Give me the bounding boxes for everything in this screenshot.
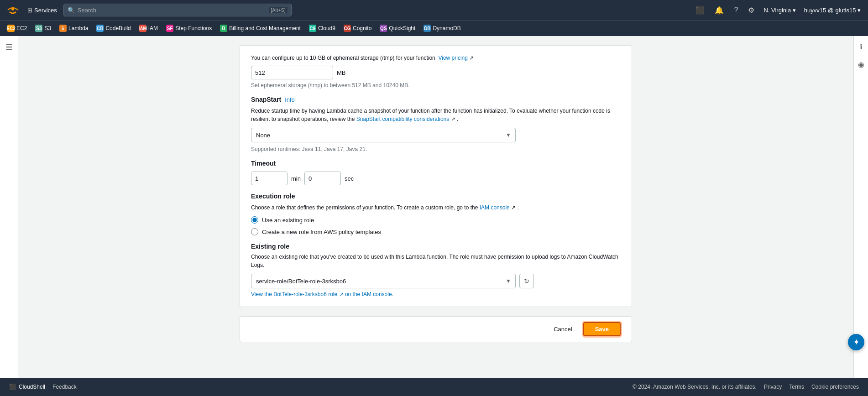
iam-icon: IAM [139, 25, 146, 32]
ephemeral-unit-label: MB [337, 69, 346, 76]
radio-existing-role[interactable]: Use an existing role [251, 216, 621, 224]
timeout-row: min sec [251, 172, 621, 185]
left-sidebar: ☰ [0, 36, 18, 378]
help-icon-btn[interactable]: ? [730, 4, 742, 16]
snapstart-external-icon: ↗ [451, 116, 455, 122]
existing-role-row: service-role/BotTele-role-3srksbo6 ▼ ↻ [251, 274, 621, 288]
service-item-stepfunctions[interactable]: SF Step Functions [162, 23, 215, 34]
timeout-min-label: min [291, 175, 301, 182]
search-shortcut: [Alt+S] [269, 7, 288, 13]
snapstart-title: SnapStart [251, 96, 281, 103]
execution-role-radio-group: Use an existing role Create a new role f… [251, 216, 621, 235]
service-item-billing[interactable]: B Billing and Cost Management [216, 23, 304, 34]
service-item-ec2[interactable]: EC2 EC2 [4, 23, 31, 34]
external-link-icon: ↗ [469, 55, 474, 61]
existing-role-select[interactable]: service-role/BotTele-role-3srksbo6 [251, 274, 516, 288]
cognito-icon: CG [344, 25, 351, 32]
service-item-iam[interactable]: IAM IAM [136, 23, 162, 34]
radio-existing-role-label: Use an existing role [262, 217, 314, 224]
region-selector[interactable]: N. Virginia ▾ [761, 5, 798, 16]
timeout-minutes-input[interactable] [251, 172, 288, 185]
services-label: Services [34, 7, 57, 14]
top-navigation: ⊞ Services 🔍 [Alt+S] ⬛ 🔔 ? ⚙ N. Virginia… [0, 0, 868, 20]
ephemeral-hint: Set ephemeral storage (/tmp) to between … [251, 82, 621, 89]
grid-icon: ⊞ [27, 7, 32, 14]
notifications-icon-btn[interactable]: 🔔 [711, 4, 727, 16]
snapstart-compat-link[interactable]: SnapStart compatibility considerations [356, 116, 449, 122]
ephemeral-notice: You can configure up to 10 GB of ephemer… [251, 55, 621, 61]
view-pricing-link[interactable]: View pricing [438, 55, 467, 61]
timeout-sec-label: sec [345, 175, 354, 182]
snapstart-header: SnapStart Info [251, 96, 621, 103]
svg-point-1 [11, 8, 14, 10]
service-item-s3[interactable]: S3 S3 [31, 23, 55, 34]
stepfunctions-icon: SF [166, 25, 173, 32]
codebuild-icon: CB [96, 25, 104, 32]
user-menu[interactable]: huyvv15 @ glutis15 ▾ [801, 5, 863, 16]
s3-label: S3 [44, 25, 51, 31]
snapstart-info-link[interactable]: Info [285, 96, 295, 103]
codebuild-label: CodeBuild [105, 25, 131, 31]
iam-link-external-icon: ↗ [511, 204, 516, 211]
search-input[interactable] [78, 7, 266, 14]
cognito-label: Cognito [353, 25, 371, 31]
radio-new-role-input[interactable] [251, 228, 258, 235]
main-wrapper: ☰ You can configure up to 10 GB of ephem… [0, 36, 868, 378]
service-item-lambda[interactable]: λ Lambda [56, 23, 92, 34]
service-item-cloud9[interactable]: C9 Cloud9 [305, 23, 339, 34]
cloud9-label: Cloud9 [318, 25, 335, 31]
service-item-quicksight[interactable]: QS QuickSight [376, 23, 419, 34]
service-item-cognito[interactable]: CG Cognito [340, 23, 375, 34]
info-panel-icon[interactable]: ℹ [858, 41, 864, 53]
lambda-label: Lambda [68, 25, 88, 31]
cancel-button[interactable]: Cancel [548, 323, 577, 335]
s3-icon: S3 [35, 25, 42, 32]
radio-new-role-label: Create a new role from AWS policy templa… [262, 229, 381, 235]
dynamodb-icon: DB [424, 25, 431, 32]
radio-existing-role-input[interactable] [251, 216, 258, 224]
iam-console-link[interactable]: IAM console [480, 204, 510, 211]
chatbot-button[interactable]: ✦ [848, 334, 864, 350]
quicksight-icon: QS [380, 25, 387, 32]
timeout-title: Timeout [251, 160, 621, 167]
quicksight-label: QuickSight [389, 25, 415, 31]
settings-icon-btn[interactable]: ⚙ [744, 4, 758, 16]
role-link-external-icon: ↗ [339, 291, 345, 297]
billing-label: Billing and Cost Management [229, 25, 301, 31]
iam-label: IAM [148, 25, 158, 31]
execution-role-desc: Choose a role that defines the permissio… [251, 203, 621, 212]
snapstart-select-wrapper: None PublishedVersions ▼ [251, 128, 516, 142]
configuration-form-card: You can configure up to 10 GB of ephemer… [240, 45, 632, 307]
view-role-link[interactable]: View the BotTele-role-3srksbo6 role ↗ on… [251, 291, 621, 297]
search-bar[interactable]: 🔍 [Alt+S] [63, 4, 292, 16]
ephemeral-storage-input[interactable] [251, 66, 333, 79]
service-item-dynamodb[interactable]: DB DynamoDB [420, 23, 464, 34]
service-item-codebuild[interactable]: CB CodeBuild [93, 23, 134, 34]
ec2-icon: EC2 [7, 25, 15, 32]
cloud-shell-icon-btn[interactable]: ⬛ [692, 4, 708, 16]
snapstart-desc: Reduce startup time by having Lambda cac… [251, 107, 621, 123]
dynamodb-label: DynamoDB [433, 25, 460, 31]
aws-logo[interactable] [5, 2, 21, 18]
ephemeral-storage-input-row: MB [251, 66, 621, 79]
right-sidebar: ℹ ◉ [853, 36, 868, 378]
sidebar-toggle[interactable]: ☰ [4, 41, 15, 54]
existing-role-title: Existing role [251, 243, 621, 250]
services-menu[interactable]: ⊞ Services [25, 5, 60, 16]
search-icon: 🔍 [68, 7, 75, 14]
snapstart-select[interactable]: None PublishedVersions [251, 128, 516, 142]
billing-icon: B [220, 25, 227, 32]
refresh-roles-button[interactable]: ↻ [519, 274, 534, 288]
timeout-seconds-input[interactable] [304, 172, 341, 185]
radio-new-role[interactable]: Create a new role from AWS policy templa… [251, 228, 621, 235]
content-area: You can configure up to 10 GB of ephemer… [18, 36, 853, 378]
stepfunctions-label: Step Functions [175, 25, 212, 31]
service-bar: EC2 EC2 S3 S3 λ Lambda CB CodeBuild IAM … [0, 20, 868, 36]
map-icon[interactable]: ◉ [856, 58, 866, 71]
save-button[interactable]: Save [583, 322, 621, 336]
form-action-row: Cancel Save [240, 316, 632, 342]
cloud9-icon: C9 [309, 25, 316, 32]
execution-role-title: Execution role [251, 193, 621, 200]
lambda-icon: λ [59, 25, 67, 32]
existing-role-desc: Choose an existing role that you've crea… [251, 253, 621, 269]
